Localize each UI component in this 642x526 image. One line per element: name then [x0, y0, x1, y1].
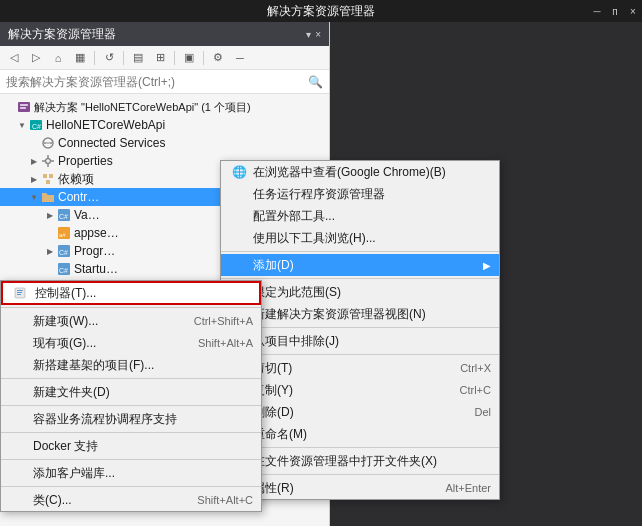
properties-shortcut: Alt+Enter [445, 482, 491, 494]
icon-project: C# [28, 117, 44, 133]
menu-add[interactable]: 添加(D) ▶ [221, 254, 499, 276]
menu-controller-label: 控制器(T)... [35, 285, 96, 302]
menu-scaffold-label: 新搭建基架的项目(F)... [33, 357, 154, 374]
menu-rename[interactable]: 重命名(M) [221, 423, 499, 445]
svg-rect-16 [46, 180, 50, 184]
se-title-label: 解决方案资源管理器 [8, 26, 116, 43]
menu-copy[interactable]: 📋 复制(Y) Ctrl+C [221, 379, 499, 401]
menu-cut[interactable]: ✂ 剪切(T) Ctrl+X [221, 357, 499, 379]
sync-button[interactable]: ↺ [99, 49, 119, 67]
project-label: HelloNETCoreWebApi [46, 118, 329, 132]
menu-rename-label: 重命名(M) [253, 426, 491, 443]
menu-new-item[interactable]: 新建项(W)... Ctrl+Shift+A [1, 310, 261, 332]
settings-button[interactable]: ⚙ [208, 49, 228, 67]
icon-folder-ctrl [40, 189, 56, 205]
icon-properties [40, 153, 56, 169]
context-menu-right: 🌐 在浏览器中查看(Google Chrome)(B) 任务运行程序资源管理器 … [220, 160, 500, 500]
menu-controller[interactable]: 控制器(T)... [1, 281, 261, 305]
search-input[interactable] [6, 75, 308, 89]
menu-scope[interactable]: 限定为此范围(S) [221, 281, 499, 303]
menu-existing-item[interactable]: 现有项(G)... Shift+Alt+A [1, 332, 261, 354]
svg-text:C#: C# [59, 249, 68, 256]
expand-startup[interactable] [44, 263, 56, 275]
menu-new-folder[interactable]: 新建文件夹(D) [1, 381, 261, 403]
menu-existing-item-label: 现有项(G)... [33, 335, 96, 352]
svg-rect-28 [17, 294, 21, 295]
se-title-bar: 解决方案资源管理器 ▾ × [0, 22, 329, 46]
expand-ctrl[interactable]: ▼ [28, 191, 40, 203]
context-menu-left: 控制器(T)... 新建项(W)... Ctrl+Shift+A 现有项(G).… [0, 280, 262, 512]
expand-solution[interactable] [4, 101, 16, 113]
cut-shortcut: Ctrl+X [460, 362, 491, 374]
icon-cs-prog: C# [56, 243, 72, 259]
menu-delete-label: 删除(D) [253, 404, 454, 421]
se-toolbar: ◁ ▷ ⌂ ▦ ↺ ▤ ⊞ ▣ ⚙ ─ [0, 46, 329, 70]
menu-class-label: 类(C)... [33, 492, 72, 509]
menu-new-view[interactable]: 📋 新建解决方案资源管理器视图(N) [221, 303, 499, 325]
menu-exclude-label: 从项目中排除(J) [253, 333, 491, 350]
menu-scaffold[interactable]: 新搭建基架的项目(F)... [1, 354, 261, 376]
sep-l1 [1, 307, 261, 308]
sep-r1 [221, 251, 499, 252]
icon-cs-startup: C# [56, 261, 72, 277]
svg-point-9 [46, 159, 51, 164]
menu-class[interactable]: 类(C)... Shift+Alt+C [1, 489, 261, 511]
tree-solution[interactable]: 解决方案 "HelloNETCoreWebApi" (1 个项目) [0, 98, 329, 116]
refresh-button[interactable]: ▦ [70, 49, 90, 67]
minimize-button[interactable]: п [606, 0, 624, 22]
close-icon[interactable]: × [315, 29, 321, 40]
back-button[interactable]: ◁ [4, 49, 24, 67]
svg-point-6 [44, 142, 46, 144]
tree-project[interactable]: ▼ C# HelloNETCoreWebApi [0, 116, 329, 134]
expand-props[interactable]: ▶ [28, 155, 40, 167]
delete-shortcut: Del [474, 406, 491, 418]
menu-browse-with[interactable]: 使用以下工具浏览(H)... [221, 227, 499, 249]
icon-dependencies [40, 171, 56, 187]
menu-docker-label: Docker 支持 [33, 438, 98, 455]
sep-l6 [1, 486, 261, 487]
sep-r5 [221, 447, 499, 448]
collapse-button[interactable]: ⊞ [150, 49, 170, 67]
sep4 [203, 51, 204, 65]
expand-project[interactable]: ▼ [16, 119, 28, 131]
sep2 [123, 51, 124, 65]
dock-icon[interactable]: ▾ [306, 29, 311, 40]
view-button[interactable]: ▣ [179, 49, 199, 67]
menu-container-orchestrator[interactable]: 容器业务流程协调程序支持 [1, 408, 261, 430]
menu-open-folder[interactable]: 在文件资源管理器中打开文件夹(X) [221, 450, 499, 472]
menu-properties-label: 属性(R) [253, 480, 425, 497]
forward-button[interactable]: ▷ [26, 49, 46, 67]
menu-docker[interactable]: Docker 支持 [1, 435, 261, 457]
svg-text:C#: C# [32, 123, 41, 130]
expand-cs[interactable] [28, 137, 40, 149]
expand-va[interactable]: ▶ [44, 209, 56, 221]
sep-l2 [1, 378, 261, 379]
se-search-bar[interactable]: 🔍 [0, 70, 329, 94]
menu-delete[interactable]: ✖ 删除(D) Del [221, 401, 499, 423]
menu-view-browser-label: 在浏览器中查看(Google Chrome)(B) [253, 164, 491, 181]
filter-button[interactable]: ▤ [128, 49, 148, 67]
connected-services-label: Connected Services [58, 136, 329, 150]
expand-app[interactable] [44, 227, 56, 239]
tree-connected-services[interactable]: Connected Services [0, 134, 329, 152]
menu-scope-label: 限定为此范围(S) [253, 284, 491, 301]
title-bar-controls: ─ п × [588, 0, 642, 22]
search-icon: 🔍 [308, 75, 323, 89]
menu-config-tools-label: 配置外部工具... [253, 208, 491, 225]
menu-view-browser[interactable]: 🌐 在浏览器中查看(Google Chrome)(B) [221, 161, 499, 183]
expand-prog[interactable]: ▶ [44, 245, 56, 257]
menu-task-runner[interactable]: 任务运行程序资源管理器 [221, 183, 499, 205]
sep3 [174, 51, 175, 65]
menu-config-tools[interactable]: 配置外部工具... [221, 205, 499, 227]
expand-deps[interactable]: ▶ [28, 173, 40, 185]
new-item-shortcut: Ctrl+Shift+A [194, 315, 253, 327]
menu-copy-label: 复制(Y) [253, 382, 440, 399]
menu-properties[interactable]: 🔧 属性(R) Alt+Enter [221, 477, 499, 499]
menu-open-folder-label: 在文件资源管理器中打开文件夹(X) [253, 453, 491, 470]
close-button[interactable]: × [624, 0, 642, 22]
menu-client-lib[interactable]: 添加客户端库... [1, 462, 261, 484]
pin-button[interactable]: ─ [588, 0, 606, 22]
more-button[interactable]: ─ [230, 49, 250, 67]
home-button[interactable]: ⌂ [48, 49, 68, 67]
menu-exclude[interactable]: 从项目中排除(J) [221, 330, 499, 352]
